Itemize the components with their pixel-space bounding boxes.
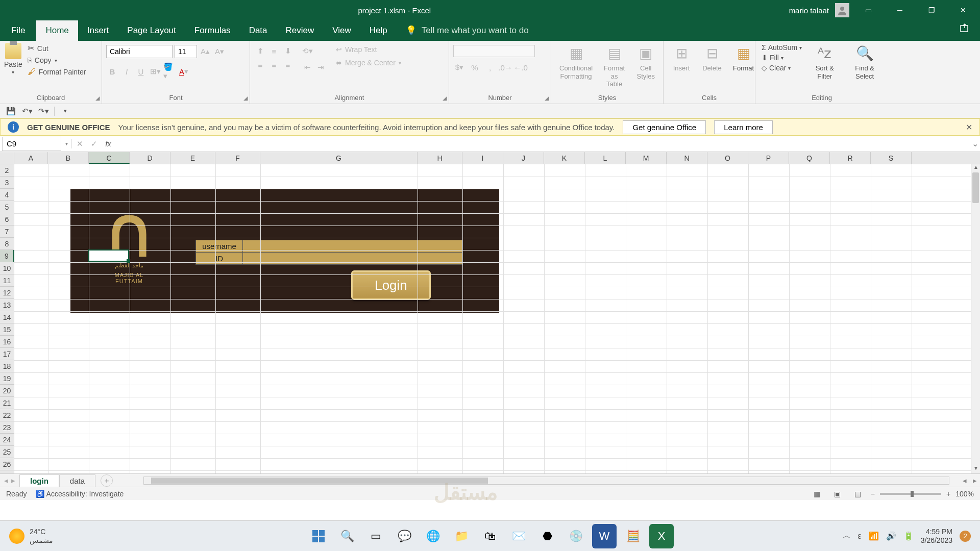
chat-icon[interactable]: 💬 [392,524,416,548]
col-header-S[interactable]: S [871,152,912,164]
explorer-icon[interactable]: 📁 [449,524,474,548]
add-sheet-button[interactable]: + [101,474,113,487]
col-header-L[interactable]: L [585,152,626,164]
row-header-27[interactable]: 27 [0,470,14,473]
tab-help[interactable]: Help [360,20,397,41]
col-header-P[interactable]: P [748,152,789,164]
decrease-decimal-icon[interactable]: ←.0 [514,61,527,73]
active-cell[interactable] [88,249,129,262]
select-all-corner[interactable] [0,152,14,164]
increase-decimal-icon[interactable]: .0→ [499,61,511,73]
sheet-tab-login[interactable]: login [19,474,59,487]
row-header-10[interactable]: 10 [0,262,14,274]
tray-chevron-icon[interactable]: ︿ [843,531,851,541]
col-header-G[interactable]: G [260,152,418,164]
normal-view-icon[interactable]: ▦ [810,489,825,499]
row-header-25[interactable]: 25 [0,446,14,458]
col-header-Q[interactable]: Q [789,152,830,164]
col-header-H[interactable]: H [418,152,462,164]
word-icon[interactable]: W [592,524,617,548]
insert-cells-button[interactable]: ⊞Insert [668,43,695,94]
decrease-font-icon[interactable]: A▾ [213,45,226,58]
currency-icon[interactable]: $▾ [453,61,465,73]
horizontal-scrollbar[interactable] [143,477,949,485]
accept-formula-icon[interactable]: ✓ [87,139,101,148]
sheet-nav-last-icon[interactable]: ▸ [11,476,15,485]
wifi-icon[interactable]: 📶 [869,531,879,541]
decrease-indent-icon[interactable]: ⇤ [301,61,313,73]
tell-me-search[interactable]: 💡 Tell me what you want to do [397,20,538,41]
fill-color-button[interactable]: 🪣▾ [163,65,176,78]
number-launcher-icon[interactable]: ◢ [545,95,549,102]
comma-icon[interactable]: , [484,61,496,73]
zoom-level[interactable]: 100% [955,490,974,498]
row-header-16[interactable]: 16 [0,336,14,348]
row-header-26[interactable]: 26 [0,458,14,470]
tab-view[interactable]: View [323,20,360,41]
col-header-K[interactable]: K [544,152,585,164]
learn-more-button[interactable]: Learn more [714,120,773,134]
col-header-C[interactable]: C [89,152,130,164]
col-header-I[interactable]: I [462,152,503,164]
sort-filter-button[interactable]: ᴬᴢSort & Filter [807,43,842,94]
row-header-20[interactable]: 20 [0,385,14,397]
row-header-19[interactable]: 19 [0,372,14,385]
row-header-21[interactable]: 21 [0,397,14,409]
col-header-B[interactable]: B [48,152,89,164]
row-header-17[interactable]: 17 [0,348,14,360]
edge-icon[interactable]: 🌐 [421,524,445,548]
page-break-view-icon[interactable]: ▤ [850,489,866,499]
col-header-D[interactable]: D [130,152,170,164]
excel-icon[interactable]: X [649,524,674,548]
percent-icon[interactable]: % [469,61,481,73]
format-painter-button[interactable]: 🖌Format Painter [26,67,88,77]
cell-styles-button[interactable]: ▣Cell Styles [632,43,659,94]
align-center-icon[interactable]: ≡ [268,59,280,71]
bold-button[interactable]: B [106,65,118,78]
mail-icon[interactable]: ✉️ [506,524,531,548]
align-right-icon[interactable]: ≡ [282,59,294,71]
tab-review[interactable]: Review [277,20,324,41]
get-genuine-button[interactable]: Get genuine Office [623,120,706,134]
tab-insert[interactable]: Insert [78,20,118,41]
col-header-R[interactable]: R [830,152,871,164]
alignment-launcher-icon[interactable]: ◢ [443,95,447,102]
clear-button[interactable]: ◇Clear▾ [760,63,804,72]
zoom-out-icon[interactable]: − [871,490,875,498]
row-header-6[interactable]: 6 [0,213,14,226]
tab-formulas[interactable]: Formulas [185,20,240,41]
accessibility-status[interactable]: ♿ Accessibility: Investigate [36,490,124,498]
share-button[interactable] [949,18,980,41]
row-header-23[interactable]: 23 [0,421,14,434]
format-cells-button[interactable]: ▦Format [729,43,758,94]
maximize-button[interactable]: ❐ [919,1,944,20]
cancel-formula-icon[interactable]: ✕ [72,139,87,148]
calculator-icon[interactable]: 🧮 [621,524,645,548]
name-box[interactable] [2,137,61,151]
align-bottom-icon[interactable]: ⬇ [282,45,294,57]
number-format-select[interactable] [453,45,535,57]
align-left-icon[interactable]: ≡ [254,59,266,71]
tab-home[interactable]: Home [36,20,78,41]
col-header-J[interactable]: J [503,152,544,164]
row-header-18[interactable]: 18 [0,360,14,372]
row-header-13[interactable]: 13 [0,299,14,311]
app-icon-1[interactable]: ⬣ [535,524,559,548]
font-size-input[interactable] [175,45,197,58]
format-as-table-button[interactable]: ▤Format as Table [600,43,629,94]
autosum-button[interactable]: ΣAutoSum▾ [760,43,804,52]
row-header-24[interactable]: 24 [0,434,14,446]
notification-badge[interactable]: 2 [960,531,971,542]
start-button[interactable] [306,524,331,548]
warning-close-icon[interactable]: ✕ [966,122,972,132]
conditional-formatting-button[interactable]: ▦Conditional Formatting [555,43,597,94]
orientation-icon[interactable]: ⟲▾ [301,45,313,57]
cut-button[interactable]: ✂Cut [26,43,88,54]
copy-button[interactable]: ⎘Copy▾ [26,56,88,65]
row-header-15[interactable]: 15 [0,323,14,336]
name-box-dropdown-icon[interactable]: ▾ [63,141,70,146]
scroll-left-icon[interactable]: ◂ [960,476,970,485]
tab-page-layout[interactable]: Page Layout [118,20,185,41]
language-indicator[interactable]: ε [858,532,862,541]
col-header-A[interactable]: A [14,152,48,164]
